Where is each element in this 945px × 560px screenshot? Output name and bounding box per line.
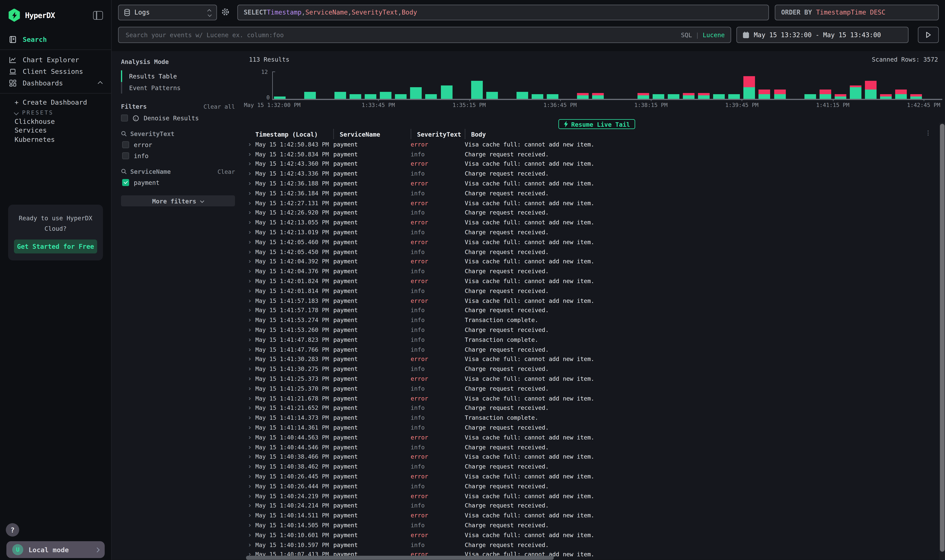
clear-all-link[interactable]: Clear all xyxy=(203,103,235,110)
row-expand-chevron-icon[interactable]: › xyxy=(246,385,255,392)
analysis-mode-tab-event-patterns[interactable]: Event Patterns xyxy=(121,82,240,94)
histogram-bar[interactable] xyxy=(880,94,891,99)
error-checkbox[interactable] xyxy=(122,141,129,148)
histogram-bar[interactable] xyxy=(638,93,649,99)
row-expand-chevron-icon[interactable]: › xyxy=(246,229,255,235)
sidebar-preset-kubernetes[interactable]: Kubernetes xyxy=(0,135,111,144)
sidebar-preset-services[interactable]: Services xyxy=(0,126,111,135)
facet-option-info[interactable]: info xyxy=(122,152,235,159)
get-started-button[interactable]: Get Started for Free xyxy=(14,240,97,254)
presets-header[interactable]: PRESETS xyxy=(0,108,111,117)
row-expand-chevron-icon[interactable]: › xyxy=(246,307,255,314)
row-expand-chevron-icon[interactable]: › xyxy=(246,336,255,343)
log-row[interactable]: ›May 15 1:41:30.283 PMpaymenterrorVisa c… xyxy=(246,354,939,364)
histogram-bar[interactable] xyxy=(804,94,816,99)
log-row[interactable]: ›May 15 1:40:10.601 PMpaymenterrorVisa c… xyxy=(246,530,939,540)
row-expand-chevron-icon[interactable]: › xyxy=(246,502,255,509)
log-row[interactable]: ›May 15 1:40:38.466 PMpaymenterrorVisa c… xyxy=(246,452,939,462)
row-expand-chevron-icon[interactable]: › xyxy=(246,141,255,148)
row-expand-chevron-icon[interactable]: › xyxy=(246,473,255,480)
row-expand-chevron-icon[interactable]: › xyxy=(246,415,255,421)
log-row[interactable]: ›May 15 1:41:53.274 PMpaymentinfoTransac… xyxy=(246,315,939,325)
log-row[interactable]: ›May 15 1:42:04.392 PMpaymenterrorVisa c… xyxy=(246,257,939,266)
histogram-bar[interactable] xyxy=(865,81,876,99)
sidebar-preset-clickhouse[interactable]: Clickhouse xyxy=(0,117,111,126)
row-expand-chevron-icon[interactable]: › xyxy=(246,268,255,275)
log-row[interactable]: ›May 15 1:42:01.824 PMpaymenterrorVisa c… xyxy=(246,276,939,286)
row-expand-chevron-icon[interactable]: › xyxy=(246,200,255,206)
denoise-row[interactable]: Denoise Results xyxy=(121,114,235,122)
row-expand-chevron-icon[interactable]: › xyxy=(246,180,255,186)
histogram-bar[interactable] xyxy=(653,94,664,99)
results-histogram[interactable]: 12 0 May 15 1:32:00 PM1:33:45 PM1:35:15 … xyxy=(246,71,942,112)
search-input[interactable] xyxy=(125,31,676,39)
log-row[interactable]: ›May 15 1:42:13.019 PMpaymentinfoCharge … xyxy=(246,228,939,237)
log-row[interactable]: ›May 15 1:41:21.652 PMpaymentinfoCharge … xyxy=(246,403,939,413)
histogram-bar[interactable] xyxy=(425,94,437,99)
histogram-bar[interactable] xyxy=(335,92,346,99)
gear-icon[interactable] xyxy=(221,8,230,16)
log-row[interactable]: ›May 15 1:40:44.546 PMpaymentinfoCharge … xyxy=(246,442,939,452)
row-expand-chevron-icon[interactable]: › xyxy=(246,375,255,382)
row-expand-chevron-icon[interactable]: › xyxy=(246,366,255,372)
row-expand-chevron-icon[interactable]: › xyxy=(246,444,255,450)
histogram-bar[interactable] xyxy=(365,94,376,99)
log-row[interactable]: ›May 15 1:42:01.814 PMpaymentinfoCharge … xyxy=(246,286,939,296)
histogram-bar[interactable] xyxy=(774,90,786,99)
log-row[interactable]: ›May 15 1:40:24.214 PMpaymentinfoCharge … xyxy=(246,501,939,511)
log-row[interactable]: ›May 15 1:41:21.678 PMpaymenterrorVisa c… xyxy=(246,393,939,403)
row-expand-chevron-icon[interactable]: › xyxy=(246,209,255,216)
row-expand-chevron-icon[interactable]: › xyxy=(246,171,255,177)
log-row[interactable]: ›May 15 1:42:05.460 PMpaymenterrorVisa c… xyxy=(246,237,939,247)
log-row[interactable]: ›May 15 1:40:44.563 PMpaymenterrorVisa c… xyxy=(246,432,939,442)
sidebar-collapse-icon[interactable] xyxy=(93,11,103,20)
time-range-picker[interactable]: May 15 13:32:00 - May 15 13:43:00 xyxy=(736,27,908,43)
more-filters-button[interactable]: More filters xyxy=(121,195,235,206)
chevron-up-icon[interactable] xyxy=(98,81,103,86)
histogram-bar[interactable] xyxy=(668,94,680,99)
histogram-bar[interactable] xyxy=(758,90,770,99)
row-expand-chevron-icon[interactable]: › xyxy=(246,346,255,353)
sidebar-item-search[interactable]: Search xyxy=(0,34,111,45)
log-row[interactable]: ›May 15 1:41:14.373 PMpaymentinfoTransac… xyxy=(246,413,939,423)
row-expand-chevron-icon[interactable]: › xyxy=(246,395,255,402)
histogram-bar[interactable] xyxy=(834,94,846,99)
histogram-bar[interactable] xyxy=(516,92,528,99)
histogram-bar[interactable] xyxy=(441,85,452,99)
histogram-bar[interactable] xyxy=(532,94,543,99)
row-expand-chevron-icon[interactable]: › xyxy=(246,483,255,489)
user-menu[interactable]: U Local mode xyxy=(6,542,105,558)
column-header-body[interactable]: Body xyxy=(465,129,939,139)
histogram-bar[interactable] xyxy=(728,94,740,99)
row-expand-chevron-icon[interactable]: › xyxy=(246,542,255,548)
log-row[interactable]: ›May 15 1:40:24.219 PMpaymenterrorVisa c… xyxy=(246,491,939,501)
log-row[interactable]: ›May 15 1:42:50.843 PMpaymenterrorVisa c… xyxy=(246,140,939,149)
row-expand-chevron-icon[interactable]: › xyxy=(246,493,255,499)
log-row[interactable]: ›May 15 1:41:57.178 PMpaymentinfoCharge … xyxy=(246,306,939,315)
row-expand-chevron-icon[interactable]: › xyxy=(246,190,255,197)
log-row[interactable]: ›May 15 1:40:38.462 PMpaymentinfoCharge … xyxy=(246,462,939,471)
histogram-bar[interactable] xyxy=(410,88,422,99)
log-row[interactable]: ›May 15 1:42:04.376 PMpaymentinfoCharge … xyxy=(246,266,939,276)
histogram-bar[interactable] xyxy=(849,85,861,99)
row-expand-chevron-icon[interactable]: › xyxy=(246,161,255,167)
vertical-scrollbar[interactable] xyxy=(939,123,945,560)
row-expand-chevron-icon[interactable]: › xyxy=(246,219,255,226)
row-expand-chevron-icon[interactable]: › xyxy=(246,278,255,284)
row-expand-chevron-icon[interactable]: › xyxy=(246,249,255,255)
row-expand-chevron-icon[interactable]: › xyxy=(246,463,255,470)
log-row[interactable]: ›May 15 1:41:30.275 PMpaymentinfoCharge … xyxy=(246,364,939,374)
analysis-mode-tab-results-table[interactable]: Results Table xyxy=(121,70,240,82)
histogram-bar[interactable] xyxy=(743,76,755,99)
order-by-input[interactable]: ORDER BY TimestampTime DESC xyxy=(775,5,939,20)
log-row[interactable]: ›May 15 1:41:53.260 PMpaymentinfoCharge … xyxy=(246,325,939,335)
log-row[interactable]: ›May 15 1:41:25.373 PMpaymenterrorVisa c… xyxy=(246,374,939,383)
log-row[interactable]: ›May 15 1:40:14.505 PMpaymentinfoCharge … xyxy=(246,520,939,530)
facet-option-payment[interactable]: payment xyxy=(122,179,235,186)
sql-select-input[interactable]: SELECT Timestamp, ServiceName, SeverityT… xyxy=(237,5,769,20)
row-expand-chevron-icon[interactable]: › xyxy=(246,522,255,528)
row-expand-chevron-icon[interactable]: › xyxy=(246,454,255,460)
log-row[interactable]: ›May 15 1:42:27.131 PMpaymenterrorVisa c… xyxy=(246,198,939,208)
histogram-bar[interactable] xyxy=(380,92,392,99)
row-expand-chevron-icon[interactable]: › xyxy=(246,258,255,265)
